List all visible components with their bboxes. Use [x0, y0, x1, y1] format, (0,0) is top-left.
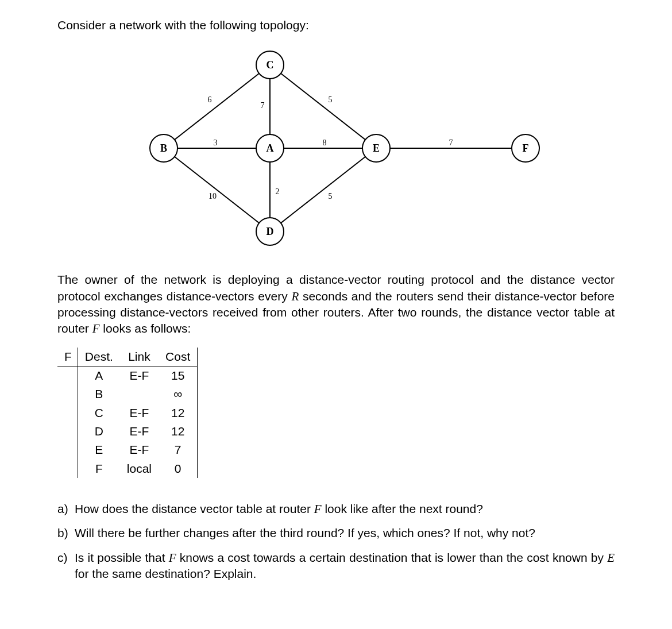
question-label: a) [57, 501, 75, 517]
topology-diagram-container: 6 3 10 7 5 2 8 5 7 [57, 48, 615, 249]
edge-weight-ad: 2 [276, 187, 280, 196]
dv-link: E-F [120, 366, 159, 385]
dv-cost: 15 [159, 366, 198, 385]
edge-weight-ca: 7 [261, 101, 265, 110]
dv-router-label: F [57, 348, 78, 366]
table-row: A E-F 15 [57, 366, 198, 385]
table-row: C E-F 12 [57, 404, 198, 422]
question-b: b) Will there be further changes after t… [57, 525, 615, 541]
edge-weight-ce: 5 [329, 95, 333, 104]
dv-cost: 0 [159, 460, 198, 478]
dv-dest: D [78, 422, 120, 441]
node-label-d: D [267, 226, 274, 237]
edge-weight-bd: 10 [208, 192, 217, 200]
explanation-paragraph: The owner of the network is deploying a … [57, 272, 615, 337]
table-row: B ∞ [57, 385, 198, 403]
dv-cost: 12 [159, 422, 198, 441]
node-label-b: B [160, 142, 167, 154]
dv-cost: 12 [159, 404, 198, 422]
svg-line-4 [270, 65, 376, 148]
problem-page: Consider a network with the following to… [0, 0, 672, 629]
intro-text: Consider a network with the following to… [57, 17, 615, 33]
question-text: Will there be further changes after the … [75, 525, 615, 541]
dv-header-cost: Cost [159, 348, 198, 366]
dv-link: E-F [120, 441, 159, 459]
question-list: a) How does the distance vector table at… [57, 501, 615, 582]
edge-weight-ba: 3 [214, 138, 218, 147]
dv-dest: B [78, 385, 120, 403]
edge-weight-ae: 8 [323, 138, 327, 147]
node-label-f: F [523, 142, 529, 154]
table-row: E E-F 7 [57, 441, 198, 459]
edge-weight-bc: 6 [208, 95, 212, 104]
edge-weight-de: 5 [329, 192, 333, 200]
edge-weight-ef: 7 [449, 138, 453, 147]
svg-line-2 [164, 148, 270, 231]
dv-link: E-F [120, 422, 159, 441]
var-F: F [92, 322, 100, 335]
dv-dest: C [78, 404, 120, 422]
table-row: D E-F 12 [57, 422, 198, 441]
var-R: R [291, 290, 299, 303]
distance-vector-table: F Dest. Link Cost A E-F 15 B ∞ C E-F 12 … [57, 348, 198, 478]
node-label-c: C [267, 59, 274, 71]
dv-header-link: Link [120, 348, 159, 366]
svg-line-7 [270, 148, 376, 231]
node-label-e: E [373, 142, 380, 154]
question-c: c) Is it possible that F knows a cost to… [57, 550, 615, 582]
svg-line-0 [164, 65, 270, 148]
dv-cost: ∞ [159, 385, 198, 403]
table-row: F local 0 [57, 460, 198, 478]
dv-dest: F [78, 460, 120, 478]
dv-link [120, 385, 159, 403]
node-label-a: A [267, 142, 274, 154]
dv-cost: 7 [159, 441, 198, 459]
dv-header-dest: Dest. [78, 348, 120, 366]
dv-dest: E [78, 441, 120, 459]
question-a: a) How does the distance vector table at… [57, 501, 615, 517]
question-label: c) [57, 550, 75, 582]
question-label: b) [57, 525, 75, 541]
topology-diagram: 6 3 10 7 5 2 8 5 7 [129, 48, 543, 249]
dv-link: local [120, 460, 159, 478]
dv-link: E-F [120, 404, 159, 422]
question-text: How does the distance vector table at ro… [75, 501, 615, 517]
question-text: Is it possible that F knows a cost towar… [75, 550, 615, 582]
dv-dest: A [78, 366, 120, 385]
explain-text-3: looks as follows: [100, 322, 191, 335]
